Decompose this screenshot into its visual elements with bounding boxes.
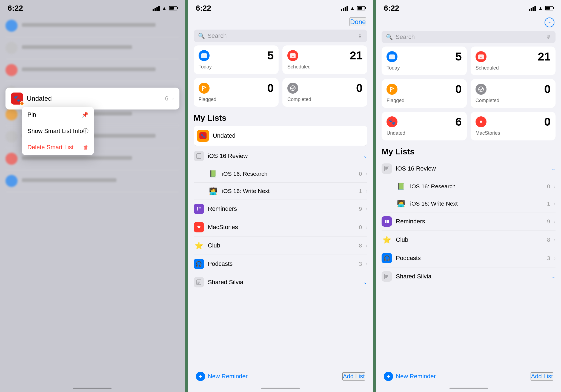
podcasts-name-3: Podcasts [396,255,543,262]
add-list-btn-2[interactable]: Add List [342,372,365,381]
podcasts-count-2: 3 [359,261,362,267]
research-count-3: 0 [547,183,550,190]
undated-card-icon: 🐾 📌 [11,93,23,105]
smart-card-completed-2[interactable]: 0 Completed [282,78,367,107]
info-icon: ⓘ [83,127,88,135]
shared-silvia-icon-3 [382,271,392,282]
shared-silvia-name-2: Shared Silvia [208,279,360,286]
reminders-count-3: 9 [547,218,550,225]
smart-card-completed-3[interactable]: 0 Completed [471,79,556,108]
completed-icon-3 [476,84,486,95]
panel-3: 6:22 ▲ ··· 🔍 Search [376,0,561,392]
panel-2-header: Done [188,15,373,27]
smart-card-undated-3[interactable]: 🐾 6 Undated [382,112,466,140]
new-reminder-btn-2[interactable]: + New Reminder [196,372,248,381]
shared-silvia-chevron-3: ⌄ [551,273,556,279]
flagged-count-3: 0 [455,83,462,95]
signal-icon-2 [341,5,348,11]
signal-icon-3 [529,5,536,11]
undated-card[interactable]: 🐾 📌 Undated 6 › [5,88,179,109]
podcasts-row-3[interactable]: 🎧 Podcasts 3 › [382,249,556,267]
today-label-2: Today [199,64,274,70]
status-icons-2: ▲ [341,5,365,11]
podcasts-row-2[interactable]: 🎧 Podcasts 3 › [194,255,368,273]
home-indicator-2 [261,388,300,389]
more-options-button[interactable]: ··· [545,18,554,27]
add-list-btn-3[interactable]: Add List [531,372,554,381]
smart-card-scheduled-3[interactable]: 31 21 Scheduled [471,47,556,75]
ios16-review-row-2[interactable]: iOS 16 Review ⌄ [194,147,368,165]
search-placeholder-2[interactable]: Search [208,32,355,39]
club-row-2[interactable]: ⭐ Club 8 › [194,237,368,255]
undated-list-name: Undated [213,132,364,139]
status-icons-3: ▲ [529,5,553,11]
smart-card-scheduled-2[interactable]: 31 21 Scheduled [282,45,367,74]
undated-card-count: 6 [165,95,168,102]
reminders-chevron-2: › [366,206,367,212]
divider-1 [185,0,188,392]
reminders-name-2: Reminders [208,205,355,212]
shared-silvia-row-2[interactable]: Shared Silvia ⌄ [194,273,368,291]
home-indicator-3 [450,388,488,389]
shared-silvia-row-3[interactable]: Shared Silvia ⌄ [382,267,556,286]
svg-point-31 [385,221,386,222]
club-row-3[interactable]: ⭐ Club 8 › [382,231,556,249]
svg-text:31: 31 [480,57,482,59]
research-name-3: iOS 16: Research [410,183,543,190]
svg-rect-4 [290,53,296,55]
completed-icon-2 [287,83,298,94]
context-pin-item[interactable]: Pin 📌 [22,107,94,123]
search-bar-2[interactable]: 🔍 Search 🎙 [194,30,368,42]
scheduled-count-3: 21 [538,51,551,62]
smart-card-macstories-3[interactable]: 0 MacStories [471,112,556,140]
context-info-item[interactable]: Show Smart List Info ⓘ [22,123,94,139]
club-icon-3: ⭐ [382,235,392,245]
club-icon-2: ⭐ [194,240,204,251]
panel-2: 6:22 ▲ Done 🔍 Search 🎙 [188,0,373,392]
podcasts-count-3: 3 [547,255,550,261]
research-name-2: iOS 16: Research [222,171,355,177]
scheduled-count-2: 21 [350,50,363,61]
macstories-row-2[interactable]: MacStories 0 › [194,218,368,237]
new-reminder-label-3: New Reminder [396,373,436,380]
smart-card-today-2[interactable]: 1 5 Today [194,45,279,74]
smart-card-today-3[interactable]: 1 5 Today [382,47,466,75]
trash-icon: 🗑 [83,144,88,151]
smart-card-flagged-2[interactable]: 0 Flagged [194,78,279,107]
context-delete-item[interactable]: Delete Smart List 🗑 [22,139,94,155]
wifi-icon-2: ▲ [350,5,355,11]
svg-point-13 [197,209,198,211]
scheduled-label-3: Scheduled [476,65,551,71]
time-2: 6:22 [196,4,211,13]
ios16-review-row-3[interactable]: iOS 16 Review ⌄ [382,160,556,178]
new-reminder-btn-3[interactable]: + New Reminder [384,372,436,381]
search-placeholder-3[interactable]: Search [396,33,543,41]
reminders-row-2[interactable]: Reminders 9 › [194,200,368,218]
smart-card-flagged-3[interactable]: 0 Flagged [382,79,466,108]
ios16-research-row-2[interactable]: 📗 iOS 16: Research 0 › [194,165,368,183]
my-lists-title-2: My Lists [188,111,373,126]
my-lists-title-3: My Lists [376,145,561,160]
write-chevron-3: › [554,201,556,207]
reminders-row-3[interactable]: Reminders 9 › [382,212,556,231]
ios16-write-row-3[interactable]: 🧑‍💻 iOS 16: Write Next 1 › [382,195,556,212]
write-count-3: 1 [547,201,550,207]
scheduled-icon-3: 31 [476,51,486,62]
context-info-label: Show Smart List Info [27,128,83,135]
write-chevron-2: › [366,188,367,194]
ios16-research-row-3[interactable]: 📗 iOS 16: Research 0 › [382,178,556,195]
ios16-write-row-2[interactable]: 🧑‍💻 iOS 16: Write Next 1 › [194,183,368,200]
mic-icon-3[interactable]: 🎙 [546,34,551,40]
panel-3-header: ··· [376,15,561,28]
completed-label-3: Completed [476,98,551,103]
undated-list-row[interactable]: 🐾 Undated [194,126,368,146]
pin-badge: 📌 [20,101,24,106]
club-chevron-3: › [554,237,556,243]
podcasts-chevron-3: › [554,255,556,261]
svg-point-32 [385,222,386,223]
battery-icon-3 [545,6,553,10]
search-bar-3[interactable]: 🔍 Search 🎙 [382,31,556,43]
mic-icon-2[interactable]: 🎙 [357,33,363,39]
done-button[interactable]: Done [350,18,366,26]
panel-2-content: 6:22 ▲ Done 🔍 Search 🎙 [188,0,373,392]
